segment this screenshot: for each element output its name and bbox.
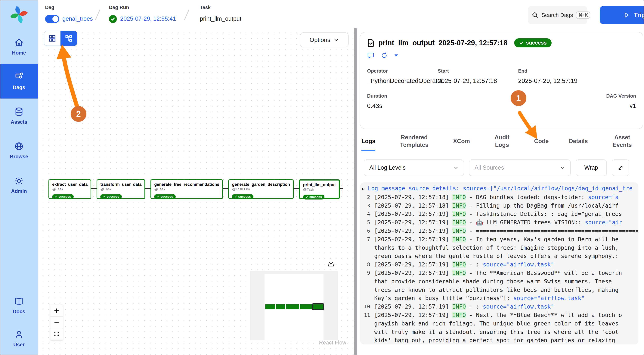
sidebar-item-assets[interactable]: Assets [0, 99, 38, 133]
log-line-number: 11 [362, 311, 370, 319]
log-line-text: green oasis where the gentle rustle of l… [374, 252, 638, 260]
breadcrumb-dagrun-link[interactable]: 2025-07-29, 12:55:41 [120, 16, 176, 22]
log-source-link[interactable]: source="airflow.task" [483, 261, 554, 268]
sidebar-item-admin[interactable]: Admin [0, 168, 38, 202]
assets-icon [14, 107, 24, 117]
log-line: 4[2025-07-29, 12:57:19] INFO - TaskInsta… [362, 210, 638, 218]
airflow-logo[interactable] [0, 0, 38, 29]
log-source-link[interactable]: source="airflow.task" [483, 303, 554, 310]
tab-xcom[interactable]: XCom [453, 132, 470, 151]
log-line-number [362, 319, 370, 328]
log-line: thanks to a thoughtful selection of tree… [362, 244, 638, 252]
log-source-link[interactable]: source="airflow.task" [514, 295, 585, 301]
grid-icon [48, 35, 56, 42]
log-line-text: [2025-07-29, 12:57:19] INFO - TaskInstan… [374, 210, 638, 218]
task-node-generate_tree_recommendations[interactable]: generate_tree_recommendations@Task✓ succ… [150, 179, 223, 199]
task-node-type: @Task [303, 187, 336, 192]
log-line: 5[2025-07-29, 12:57:19] INFO - 🤖 LLM GEN… [362, 218, 638, 227]
log-expand-triangle-icon[interactable]: ▶ [362, 184, 367, 193]
panel-scrollbar[interactable] [354, 28, 357, 355]
trigger-button[interactable]: Trigger [600, 6, 644, 24]
tab-audit-logs[interactable]: Audit Logs [490, 132, 514, 151]
sidebar-item-home[interactable]: Home [0, 29, 38, 64]
log-line-text: [2025-07-29, 12:57:19] INFO - : source="… [374, 260, 638, 269]
log-line-number: 2 [362, 193, 370, 202]
log-line-text: [2025-07-29, 12:57:19] INFO - ==========… [374, 227, 638, 235]
minimap-node [300, 304, 312, 309]
task-node-status-badge: ✓ success [303, 195, 324, 199]
task-node-transform_user_data[interactable]: transform_user_data@Task✓ success [96, 179, 145, 199]
options-label: Options [310, 37, 330, 44]
task-node-generate_garden_description[interactable]: generate_garden_description@Task.Llm✓ su… [228, 179, 294, 199]
sidebar-item-label: Assets [11, 119, 28, 125]
sidebar-item-browse[interactable]: Browse [0, 133, 38, 168]
status-badge: success [514, 38, 552, 47]
breadcrumb-separator [184, 10, 189, 20]
log-line-number [362, 328, 370, 336]
tab-details[interactable]: Details [569, 132, 588, 151]
log-line-text: [2025-07-29, 12:57:19] INFO - In ten yea… [374, 235, 638, 244]
sidebar-item-dags[interactable]: Dags [0, 64, 38, 99]
log-line[interactable]: ▶Log message source details: sources=["/… [362, 184, 638, 193]
trigger-label: Trigger [634, 12, 644, 19]
log-line-number: 3 [362, 202, 370, 210]
task-node-type: @Task [52, 187, 88, 191]
tab-logs[interactable]: Logs [362, 132, 375, 151]
end-value: 2025-07-29, 12:57:19 [518, 77, 636, 84]
log-line: 7[2025-07-29, 12:57:19] INFO - In ten ye… [362, 235, 638, 244]
minimap[interactable] [250, 271, 338, 340]
docs-icon [14, 296, 24, 306]
search-dags-box[interactable]: Search Dags ⌘+K [528, 6, 587, 24]
caret-down-icon[interactable] [394, 53, 398, 58]
log-line: that provide considerable shade during t… [362, 277, 638, 286]
note-icon[interactable] [367, 52, 374, 59]
log-line: 8[2025-07-29, 12:57:19] INFO - : source=… [362, 260, 638, 269]
log-levels-select[interactable]: All Log Levels [364, 159, 464, 176]
download-icon[interactable] [327, 259, 335, 267]
log-line-text: [2025-07-29, 12:57:19] INFO - 🤖 LLM GENE… [374, 218, 638, 227]
log-line-number [362, 286, 370, 294]
header: Dag genai_trees Dag Run 2025-07-29, 12:5… [38, 0, 644, 28]
tab-code[interactable]: Code [534, 132, 549, 151]
reactflow-attribution: React Flow [319, 339, 346, 346]
sidebar-item-docs[interactable]: Docs [0, 289, 38, 322]
log-line: kids' hang out, providing a perfect spot… [362, 336, 638, 344]
breadcrumb-dag-link[interactable]: genai_trees [62, 16, 93, 22]
task-node-extract_user_data[interactable]: extract_user_data@Task✓ success [48, 179, 91, 199]
expand-logs-button[interactable] [612, 159, 629, 176]
tab-rendered-templates[interactable]: Rendered Templates [396, 132, 433, 151]
log-line-number: 5 [362, 218, 370, 227]
end-label: End [518, 68, 636, 74]
log-source-link[interactable]: Log message source details: sources=["/u… [368, 185, 632, 192]
log-source-link[interactable]: source="a [588, 194, 619, 200]
log-line-text: [2025-07-29, 12:57:19] INFO - : source="… [374, 302, 638, 311]
tab-asset-events[interactable]: Asset Events [608, 132, 636, 151]
sidebar-item-user[interactable]: User [0, 322, 38, 355]
options-dropdown[interactable]: Options [300, 32, 349, 47]
graph-icon [65, 35, 73, 42]
fit-view-button[interactable] [50, 328, 63, 340]
breadcrumb-separator [95, 10, 100, 20]
breadcrumb-task-label: Task [200, 5, 210, 10]
dag-pause-toggle[interactable] [45, 15, 59, 23]
grid-view-button[interactable] [44, 31, 60, 46]
dag-version-value: v1 [606, 102, 636, 109]
task-node-type: @Task [100, 187, 142, 191]
task-node-title: extract_user_data [52, 182, 88, 187]
log-line-number [362, 244, 370, 252]
expand-icon [617, 165, 624, 171]
log-line-number [362, 294, 370, 302]
zoom-out-button[interactable] [50, 317, 63, 328]
log-source-link[interactable]: source="air [585, 219, 622, 226]
wrap-button[interactable]: Wrap [576, 159, 607, 176]
log-output[interactable]: ▶Log message source details: sources=["/… [360, 182, 638, 344]
graph-view-button[interactable] [60, 31, 77, 46]
log-line-number [362, 277, 370, 286]
zoom-in-button[interactable] [50, 305, 63, 317]
log-line-text: Log message source details: sources=["/u… [368, 184, 638, 193]
task-doc-icon [367, 39, 374, 47]
retry-icon[interactable] [381, 52, 388, 59]
log-line-text: [2025-07-29, 12:57:19] INFO - Next, the … [374, 311, 638, 319]
log-sources-select[interactable]: All Sources [469, 159, 571, 176]
task-node-print_llm_output[interactable]: print_llm_output@Task✓ success [299, 179, 340, 199]
